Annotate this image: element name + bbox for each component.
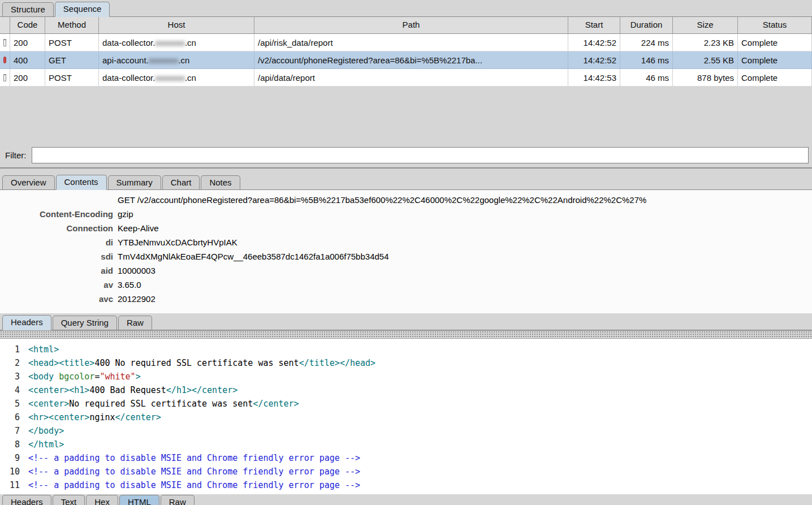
code-line: 7</body> <box>0 424 812 438</box>
host-suffix: .cn <box>185 38 196 48</box>
cell-path: /api/data/report <box>254 69 568 87</box>
header-name: sdi <box>0 249 113 264</box>
cell-icon <box>0 69 10 87</box>
main-tabbar: Structure Sequence <box>0 0 812 17</box>
code-line: 2<head><title>400 No required SSL certif… <box>0 356 812 370</box>
header-name <box>0 193 113 207</box>
detail-tabbar: Overview Contents Summary Chart Notes <box>0 173 812 190</box>
table-row[interactable]: 200 POST data-collector.xxxxxxx.cn /api/… <box>0 34 812 51</box>
tab-raw[interactable]: Raw <box>118 316 152 330</box>
header-row: di YTBJeNmvuXcDACbrtyHVpIAK <box>0 235 812 249</box>
tab-chart[interactable]: Chart <box>162 175 200 189</box>
tab-structure[interactable]: Structure <box>2 2 54 16</box>
tab-notes[interactable]: Notes <box>201 175 240 189</box>
tab-overview[interactable]: Overview <box>2 175 55 189</box>
code-line: 8</html> <box>0 438 812 451</box>
tab-response-html[interactable]: HTML <box>119 495 159 505</box>
cell-start: 14:42:52 <box>568 34 620 51</box>
cell-path: /v2/account/phoneRegistered?area=86&bi=%… <box>254 51 568 69</box>
code-segment: <html> <box>28 343 59 356</box>
column-header-status[interactable]: Status <box>738 17 812 34</box>
cell-start: 14:42:52 <box>568 51 620 69</box>
cell-start: 14:42:53 <box>568 69 620 87</box>
header-value: TmV4dXMgNlAkEoaEF4QPcw__46eeb3587dc1462f… <box>113 249 389 264</box>
code-line: 3<body bgcolor="white"> <box>0 370 812 383</box>
host-prefix: api-account. <box>102 55 149 65</box>
line-number: 3 <box>0 370 28 383</box>
response-body-viewer[interactable]: 1<html> 2<head><title>400 No required SS… <box>0 338 812 494</box>
code-segment: </center> <box>253 397 299 411</box>
document-icon <box>3 39 6 46</box>
column-header-code[interactable]: Code <box>10 17 45 34</box>
code-segment: <!-- a padding to disable MSIE and Chrom… <box>28 465 360 478</box>
header-value: YTBJeNmvuXcDACbrtyHVpIAK <box>113 235 237 249</box>
cell-method: GET <box>45 51 99 69</box>
column-header-host[interactable]: Host <box>99 17 254 34</box>
tab-response-hex[interactable]: Hex <box>86 495 118 505</box>
code-line: 11<!-- a padding to disable MSIE and Chr… <box>0 478 812 492</box>
code-segment: 400 Bad Request <box>89 383 166 397</box>
column-header-size[interactable]: Size <box>673 17 738 34</box>
code-segment: <center> <box>28 397 69 411</box>
line-number: 2 <box>0 356 28 370</box>
tab-query-string[interactable]: Query String <box>53 316 117 330</box>
header-name: av <box>0 278 113 292</box>
code-segment: 400 No required SSL certificate was sent <box>94 356 299 370</box>
host-redacted: xxxxxxx <box>155 38 185 48</box>
code-line: 10<!-- a padding to disable MSIE and Chr… <box>0 465 812 478</box>
tab-summary[interactable]: Summary <box>108 175 161 189</box>
filter-input[interactable] <box>32 147 809 163</box>
column-header-start[interactable]: Start <box>568 17 620 34</box>
split-divider-dotted[interactable] <box>0 330 812 338</box>
code-segment: </title></head> <box>299 356 375 370</box>
header-name: Content-Encoding <box>0 207 113 221</box>
request-line-row: GET /v2/account/phoneRegistered?area=86&… <box>0 193 812 207</box>
cell-host: data-collector.xxxxxxx.cn <box>99 69 254 87</box>
cell-host: data-collector.xxxxxxx.cn <box>99 34 254 51</box>
column-header-method[interactable]: Method <box>45 17 99 34</box>
header-row: aid 10000003 <box>0 264 812 278</box>
code-line: 4<center><h1>400 Bad Request</h1></cente… <box>0 383 812 397</box>
code-segment: </h1></center> <box>166 383 237 397</box>
code-line: 1<html> <box>0 343 812 356</box>
code-segment: > <box>136 370 141 383</box>
code-segment: = <box>94 370 100 383</box>
line-number: 8 <box>0 438 28 451</box>
line-number: 11 <box>0 478 28 492</box>
column-header-icon[interactable] <box>0 17 10 34</box>
code-segment: No required SSL certificate was sent <box>69 397 253 411</box>
line-number: 10 <box>0 465 28 478</box>
column-header-path[interactable]: Path <box>254 17 568 34</box>
split-divider[interactable] <box>0 167 812 173</box>
tab-contents[interactable]: Contents <box>56 175 107 190</box>
tab-sequence[interactable]: Sequence <box>55 2 110 17</box>
line-number: 7 <box>0 424 28 438</box>
host-suffix: .cn <box>185 73 196 83</box>
header-row: av 3.65.0 <box>0 278 812 292</box>
sequence-table-header: Code Method Host Path Start Duration Siz… <box>0 17 812 34</box>
code-segment: <body <box>28 370 59 383</box>
line-number: 1 <box>0 343 28 356</box>
table-empty-area <box>0 87 812 143</box>
tab-response-raw[interactable]: Raw <box>161 495 195 505</box>
header-name: di <box>0 235 113 249</box>
request-line: GET /v2/account/phoneRegistered?area=86&… <box>113 193 646 207</box>
code-line: 5<center>No required SSL certificate was… <box>0 397 812 411</box>
code-segment: nginx <box>89 411 115 424</box>
cell-status: Complete <box>738 69 812 87</box>
tab-response-headers[interactable]: Headers <box>2 495 51 505</box>
table-row[interactable]: 200 POST data-collector.xxxxxxx.cn /api/… <box>0 69 812 87</box>
header-value: 3.65.0 <box>113 278 141 292</box>
header-name: avc <box>0 292 113 306</box>
host-prefix: data-collector. <box>102 73 155 83</box>
code-segment: <!-- a padding to disable MSIE and Chrom… <box>28 478 360 492</box>
code-segment: bgcolor <box>59 370 94 383</box>
cell-status: Complete <box>738 51 812 69</box>
code-segment: <hr><center> <box>28 411 89 424</box>
line-number: 4 <box>0 383 28 397</box>
tab-headers[interactable]: Headers <box>2 315 51 330</box>
table-row-selected[interactable]: 400 GET api-account.xxxxxxx.cn /v2/accou… <box>0 51 812 69</box>
tab-response-text[interactable]: Text <box>53 495 85 505</box>
column-header-duration[interactable]: Duration <box>620 17 673 34</box>
cell-code: 200 <box>10 34 45 51</box>
